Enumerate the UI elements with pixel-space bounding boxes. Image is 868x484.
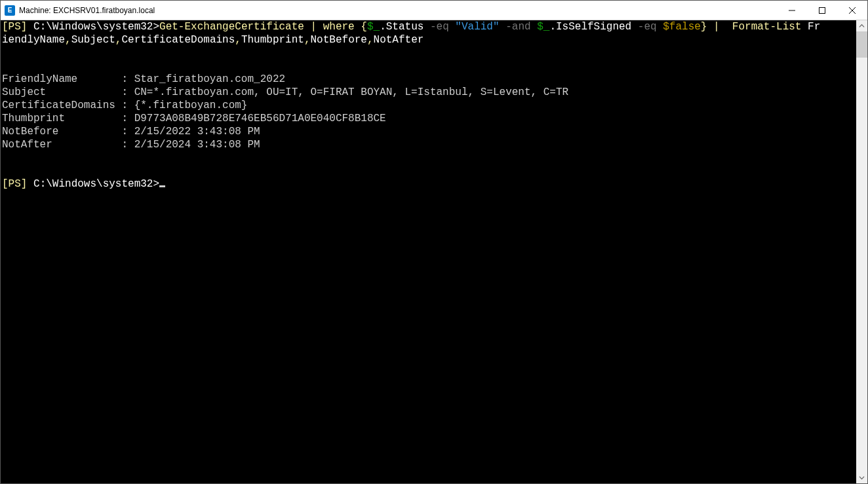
out-certdomains: : {*.firatboyan.com} [121,100,247,111]
prompt2-bracket-open: [ [2,178,9,190]
cmd-pipe: | [311,21,317,33]
cmd-getcert: Get-ExchangeCertificate [159,21,310,33]
out-notbefore: : 2/15/2022 3:43:08 PM [121,126,260,138]
cmd-eq: -eq [430,21,455,33]
out-friendlyname: : Star_firatboyan.com_2022 [121,73,285,85]
cmd-dot-status: .Status [380,21,430,33]
prompt-ps: PS [9,21,21,33]
scroll-up-button[interactable] [856,20,867,31]
out-thumbprint-key: Thumbprint [2,113,121,124]
minimize-button[interactable] [777,1,807,20]
exchange-icon: E [5,5,15,16]
window-controls [777,1,867,20]
prompt2-ps: PS [9,178,21,190]
close-button[interactable] [837,1,867,20]
scroll-track[interactable] [856,31,867,472]
cmd-brace-open: { [361,21,367,33]
out-notafter-key: NotAfter [2,139,121,151]
prompt-path: C:\Windows\system32> [27,21,159,33]
out-friendlyname-key: FriendlyName [2,73,121,85]
terminal-area: [PS] C:\Windows\system32>Get-ExchangeCer… [1,20,867,483]
cmd-comma: , [304,34,311,46]
cmd-cols7: NotAfter [374,34,424,46]
cmd-eq2: -eq [638,21,663,33]
cmd-where: where [317,21,361,33]
out-subject-key: Subject [2,86,121,98]
cursor [159,185,165,187]
cmd-cols2: iendlyName [2,34,65,46]
cmd-pipe-var: $_ [367,21,380,33]
cmd-dot-iss: .IsSelfSigned [549,21,637,33]
prompt-bracket-close: ] [21,21,28,33]
prompt2-path: C:\Windows\system32> [27,178,159,190]
cmd-comma: , [115,34,122,46]
cmd-string-valid: "Valid" [455,21,505,33]
cmd-comma: , [65,34,71,46]
out-subject: : CN=*.firatboyan.com, OU=IT, O=FIRAT BO… [121,86,568,98]
scroll-thumb[interactable] [856,31,867,58]
cmd-false: $false [663,21,701,33]
scroll-down-button[interactable] [856,472,867,483]
cmd-cols6: NotBefore [311,34,367,46]
cmd-cols1: Fr [808,21,820,33]
cmd-comma: , [235,34,241,46]
out-notbefore-key: NotBefore [2,126,121,138]
window-title: Machine: EXCHSRV01.firatboyan.local [19,6,155,15]
cmd-comma: , [367,34,374,46]
svg-rect-1 [819,7,825,13]
cmd-and: -and [505,21,537,33]
out-notafter: : 2/15/2024 3:43:08 PM [121,139,260,151]
cmd-cols4: CertificateDomains [121,34,235,46]
titlebar[interactable]: E Machine: EXCHSRV01.firatboyan.local [1,1,867,20]
cmd-cols5: Thumbprint [241,34,304,46]
cmd-pipe-var2: $_ [537,21,549,33]
maximize-button[interactable] [807,1,837,20]
terminal-output[interactable]: [PS] C:\Windows\system32>Get-ExchangeCer… [1,20,856,483]
vertical-scrollbar[interactable] [856,20,867,483]
cmd-pipe2: | [707,21,726,33]
cmd-format: Format-List [726,21,808,33]
cmd-cols3: Subject [71,34,115,46]
prompt-bracket-open: [ [2,21,9,33]
cmd-brace-close: } [701,21,707,33]
out-certdomains-key: CertificateDomains [2,100,121,111]
prompt2-bracket-close: ] [21,178,28,190]
out-thumbprint: : D9773A08B49B728E746EB56D71A0E040CF8B18… [121,113,385,124]
